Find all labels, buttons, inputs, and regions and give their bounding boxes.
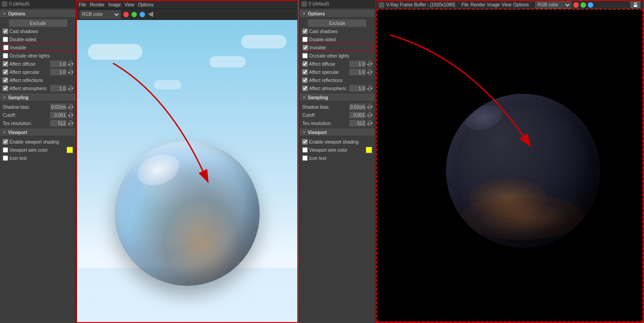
r-menu-render[interactable]: Render bbox=[470, 2, 485, 7]
m-icon-text-label: Icon text bbox=[309, 156, 326, 161]
menu-file[interactable]: File bbox=[79, 2, 86, 7]
m-affect-diffuse-input[interactable] bbox=[349, 60, 366, 67]
menu-view[interactable]: View bbox=[125, 2, 135, 7]
middle-exclude-button[interactable]: Exclude bbox=[308, 19, 367, 27]
options-section-header[interactable]: Options bbox=[0, 10, 76, 18]
m-enable-viewport-shading-checkbox[interactable] bbox=[302, 139, 308, 145]
m-affect-diffuse-label: Affect diffuse bbox=[309, 62, 348, 67]
r-menu-image[interactable]: Image bbox=[487, 2, 500, 7]
m-icon-text-checkbox[interactable] bbox=[302, 155, 308, 161]
occlude-checkbox[interactable] bbox=[3, 53, 8, 58]
m-cutoff-label: Cutoff: bbox=[302, 113, 348, 118]
m-icon-text-row: Icon text bbox=[301, 154, 373, 162]
middle-options-section-header[interactable]: Options bbox=[300, 10, 375, 18]
shadow-bias-spinner[interactable]: ▲▼ bbox=[68, 103, 73, 111]
m-affect-specular-spinner[interactable]: ▲▼ bbox=[368, 68, 372, 76]
alpha-icon bbox=[148, 12, 153, 17]
menu-image[interactable]: Image bbox=[108, 2, 121, 7]
m-cast-shadows-checkbox[interactable] bbox=[302, 29, 308, 34]
left-render-viewport: File Render Image View Options RGB color bbox=[76, 0, 298, 323]
tex-resolution-spinner[interactable]: ▲▼ bbox=[68, 120, 73, 127]
glass-sphere-wrapper bbox=[115, 141, 260, 286]
m-cutoff-spinner[interactable]: ▲▼ bbox=[368, 111, 372, 119]
m-tex-resolution-input[interactable] bbox=[349, 120, 366, 127]
r-color-mode-select[interactable]: RGB color bbox=[535, 1, 571, 9]
glass-sphere bbox=[115, 141, 260, 286]
m-double-sided-checkbox[interactable] bbox=[302, 37, 308, 42]
left-viewport-colorbar: RGB color bbox=[77, 9, 297, 20]
m-viewport-content: Enable viewport shading Viewport wire co… bbox=[300, 136, 375, 164]
m-occlude-checkbox[interactable] bbox=[302, 53, 308, 58]
exclude-button[interactable]: Exclude bbox=[9, 19, 68, 27]
m-tex-resolution-label: Tex resolution: bbox=[302, 121, 348, 126]
m-affect-specular-checkbox[interactable] bbox=[302, 69, 308, 75]
affect-atmospheric-checkbox[interactable] bbox=[3, 86, 8, 91]
menu-render[interactable]: Render bbox=[90, 2, 105, 7]
m-shadow-bias-spinner[interactable]: ▲▼ bbox=[368, 103, 372, 111]
icon-text-checkbox[interactable] bbox=[3, 155, 8, 161]
affect-specular-input[interactable] bbox=[50, 68, 67, 76]
shadow-bias-input[interactable] bbox=[50, 103, 67, 111]
m-affect-diffuse-spinner[interactable]: ▲▼ bbox=[368, 60, 372, 67]
double-sided-checkbox[interactable] bbox=[3, 37, 8, 42]
affect-reflections-label: Affect reflections bbox=[10, 78, 43, 83]
affect-specular-checkbox[interactable] bbox=[3, 69, 8, 75]
sampling-section-header[interactable]: Sampling bbox=[0, 94, 76, 101]
icon-text-label: Icon text bbox=[10, 156, 27, 161]
affect-reflections-checkbox[interactable] bbox=[3, 77, 8, 83]
enable-viewport-shading-checkbox[interactable] bbox=[3, 139, 8, 145]
m-viewport-section-header[interactable]: Viewport bbox=[300, 129, 375, 136]
m-affect-atmospheric-input[interactable] bbox=[349, 85, 366, 92]
affect-specular-spinner[interactable]: ▲▼ bbox=[68, 68, 73, 76]
left-settings-panel: Options Exclude Cast shadows Double-side… bbox=[0, 8, 76, 323]
m-cast-shadows-label: Cast shadows bbox=[309, 29, 338, 34]
cutoff-label: Cutoff: bbox=[3, 113, 48, 118]
m-tex-resolution-spinner[interactable]: ▲▼ bbox=[368, 120, 372, 127]
tex-resolution-input[interactable] bbox=[50, 120, 67, 127]
affect-reflections-row: Affect reflections bbox=[2, 76, 74, 84]
m-sampling-section-header[interactable]: Sampling bbox=[300, 94, 375, 101]
affect-diffuse-input[interactable] bbox=[50, 60, 67, 67]
m-sampling-content: Shadow bias: ▲▼ Cutoff: ▲▼ Tex resolutio… bbox=[300, 101, 375, 129]
m-affect-diffuse-checkbox[interactable] bbox=[302, 61, 308, 67]
m-affect-atmospheric-checkbox[interactable] bbox=[302, 86, 308, 91]
affect-diffuse-label: Affect diffuse bbox=[10, 62, 48, 67]
cutoff-spinner[interactable]: ▲▼ bbox=[68, 111, 73, 119]
viewport-wire-color-label: Viewport wire color bbox=[10, 148, 65, 153]
m-viewport-wire-color-checkbox[interactable] bbox=[302, 147, 308, 153]
m-shadow-bias-input[interactable] bbox=[349, 103, 366, 111]
m-viewport-wire-color-swatch[interactable] bbox=[366, 147, 372, 153]
m-affect-atmospheric-spinner[interactable]: ▲▼ bbox=[368, 85, 372, 92]
r-save-button[interactable]: 💾 bbox=[630, 1, 640, 8]
cast-shadows-checkbox[interactable] bbox=[3, 29, 8, 34]
render-scene-left bbox=[77, 20, 297, 322]
sphere-inner-scene bbox=[115, 141, 260, 286]
m-shadow-bias-row: Shadow bias: ▲▼ bbox=[301, 103, 373, 111]
middle-settings-panel: Options Exclude Cast shadows Double-side… bbox=[300, 8, 375, 323]
r-menu-options[interactable]: Options bbox=[513, 2, 528, 7]
affect-diffuse-checkbox[interactable] bbox=[3, 61, 8, 67]
affect-specular-row: Affect specular ▲▼ bbox=[2, 68, 74, 76]
m-affect-specular-input[interactable] bbox=[349, 68, 366, 76]
left-viewport-menubar: File Render Image View Options bbox=[77, 1, 297, 9]
menu-options[interactable]: Options bbox=[138, 2, 153, 7]
color-mode-select[interactable]: RGB color bbox=[80, 10, 121, 19]
m-viewport-wire-color-row: Viewport wire color bbox=[301, 146, 373, 154]
tex-resolution-row: Tex resolution: ▲▼ bbox=[2, 119, 74, 127]
viewport-wire-color-swatch[interactable] bbox=[67, 147, 73, 153]
shadow-bias-label: Shadow bias: bbox=[3, 105, 48, 110]
affect-atmospheric-input[interactable] bbox=[50, 85, 67, 92]
m-cutoff-input[interactable] bbox=[349, 111, 366, 119]
affect-diffuse-spinner[interactable]: ▲▼ bbox=[68, 60, 73, 67]
viewport-section-header[interactable]: Viewport bbox=[0, 129, 76, 136]
r-menu-view[interactable]: View bbox=[502, 2, 512, 7]
cutoff-input[interactable] bbox=[50, 111, 67, 119]
viewport-wire-color-checkbox[interactable] bbox=[3, 147, 8, 153]
m-affect-reflections-checkbox[interactable] bbox=[302, 77, 308, 83]
r-menu-file[interactable]: File bbox=[461, 2, 469, 7]
cloud-1 bbox=[88, 44, 142, 60]
middle-window-icon bbox=[301, 1, 307, 7]
m-invisible-checkbox[interactable] bbox=[303, 45, 308, 50]
affect-atmospheric-spinner[interactable]: ▲▼ bbox=[68, 85, 73, 92]
invisible-checkbox[interactable] bbox=[3, 45, 9, 50]
